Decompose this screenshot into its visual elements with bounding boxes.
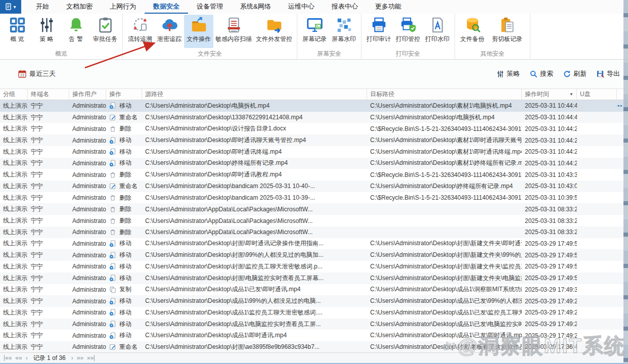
next-page-button[interactable]: › [71,355,73,361]
search-button[interactable]: 搜索 [530,69,553,78]
cell-group: 线上演示 [0,203,28,215]
tab-data-security[interactable]: 数据安全 [145,0,188,14]
ribbon-item-file-backup[interactable]: 文件备份 [458,15,487,48]
table-row[interactable]: 线上演示宁宁Administrator移动C:\Users\Administra… [0,272,628,284]
ribbon-item-print-audit[interactable]: 打印审计 [364,15,393,48]
col-header-usb[interactable]: U盘 [577,89,617,100]
table-row[interactable]: 线上演示宁宁Administrator删除C:\Users\Administra… [0,203,628,215]
fast-forward-button[interactable]: »» [77,355,83,361]
fast-back-button[interactable]: «« [15,355,22,361]
table-row[interactable]: 线上演示宁宁Administrator移动C:\Users\Administra… [0,295,628,307]
app-menu-button[interactable]: ▾ [0,0,21,14]
ribbon-item-outgoing-file-control[interactable]: 文件外发管控 [254,15,294,48]
cell-target-path: C:\$Recycle.Bin\S-1-5-21-326340493-11140… [367,123,522,134]
table-row[interactable]: 线上演示宁宁Administrator移动C:\Users\Administra… [0,146,628,158]
table-row[interactable]: 线上演示宁宁Administrator重命名C:\Users\Administr… [0,180,628,192]
table-row[interactable]: 线上演示宁宁Administrator复制C:\Users\Administra… [0,284,628,296]
table-row[interactable]: 线上演示宁宁Administrator移动C:\Users\Administra… [0,158,628,169]
cell-group: 线上演示 [0,307,28,318]
operation-label: 移动 [119,274,131,283]
sensitive-scan-icon [226,17,242,33]
col-header-terminal[interactable]: 终端名 [28,89,69,100]
table-row[interactable]: 线上演示宁宁Administrator删除C:\Users\Administra… [0,123,628,134]
export-button[interactable]: 导出 [597,69,620,78]
ribbon-item-alerts[interactable]: 告 警 [61,15,91,48]
ribbon-item-screen-record[interactable]: 屏幕记录 [300,15,329,48]
table-row[interactable]: 线上演示宁宁Administrator移动C:\Users\Administra… [0,261,628,272]
tab-system-network[interactable]: 系统&网络 [232,0,280,14]
tab-web-behavior[interactable]: 上网行为 [101,0,145,14]
ribbon-item-clipboard-record[interactable]: 剪切板记录 [487,15,527,48]
col-header-operation[interactable]: 操作 [106,89,142,100]
table-row[interactable]: 线上演示宁宁Administrator移动C:\Users\Administra… [0,249,628,261]
tab-ops-center[interactable]: 运维中心 [280,0,323,14]
tab-doc-encryption[interactable]: 文档加密 [58,0,101,14]
cell-usb [577,238,617,250]
cell-operation-time: 2025-03-31 10:43:38 [522,169,577,180]
operation-label: 移动 [119,136,131,145]
col-header-user[interactable]: 操作用户 [69,89,106,100]
table-row[interactable]: 线上演示宁宁Administrator移动C:\Users\Administra… [0,238,628,250]
tab-more-features[interactable]: 更多功能 [367,0,410,14]
tab-report-center[interactable]: 报表中心 [323,0,367,14]
col-header-source-path[interactable]: 源路径 [142,89,367,100]
sort-dropdown-icon[interactable]: ▼ [569,92,573,97]
table-row[interactable]: 线上演示宁宁Administrator删除C:\Users\Administra… [0,169,628,180]
cell-group: 线上演示 [0,146,28,158]
table-row[interactable]: 线上演示宁宁Administrator移动C:\Users\Administra… [0,100,628,112]
cell-group: 线上演示 [0,158,28,169]
ribbon-item-print-control[interactable]: 打印管控 [393,15,423,48]
tab-start[interactable]: 开始 [27,0,58,14]
prev-page-button[interactable]: ‹ [26,355,28,361]
date-range-filter[interactable]: 23 最近三天 [18,69,56,78]
ribbon-item-print-watermark[interactable]: 打印水印 [423,15,452,48]
cell-actions [617,226,623,238]
cell-group: 线上演示 [0,284,28,296]
table-row[interactable]: 线上演示宁宁Administrator移动C:\Users\Administra… [0,134,628,146]
cell-operation-time: 2025-03-29 17:49:20 [522,330,577,341]
table-row[interactable]: 线上演示宁宁Administrator删除C:\Users\Administra… [0,226,628,238]
cell-group: 线上演示 [0,100,28,112]
table-row[interactable]: 线上演示宁宁Administrator重命名C:\Users\Administr… [0,112,628,123]
operation-label: 删除 [119,228,131,237]
last-page-button[interactable]: »» [87,355,95,361]
cell-source-path: C:\Users\Administrator\Desktop\成品1\已发\即时… [142,284,367,296]
table-row[interactable]: 线上演示宁宁Administrator移动C:\Users\Administra… [0,307,628,318]
cell-operator-user: Administrator [69,318,106,330]
ribbon-item-flow-trace[interactable]: 流转追溯 [125,15,155,48]
cell-terminal-name: 宁宁 [28,249,69,261]
ribbon-group-label: 打印安全 [364,48,452,60]
policy-button[interactable]: 策略 [497,69,520,78]
table-row[interactable]: 线上演示宁宁Administrator移动C:\Users\Administra… [0,330,628,341]
ribbon-item-screen-watermark[interactable]: 屏幕水印 [329,15,358,48]
first-page-button[interactable]: «« [4,355,12,361]
ribbon-item-leak-tracking[interactable]: 泄密追踪 [155,15,184,48]
cell-usb [577,341,617,353]
cell-actions [617,180,623,192]
ribbon-item-overview[interactable]: 概 览 [3,15,32,48]
col-header-time[interactable]: 操作时间▼ [522,89,577,100]
ribbon-item-file-operations[interactable]: 文件操作 [184,15,213,48]
refresh-button[interactable]: 刷新 [563,69,587,78]
ribbon-item-policy[interactable]: 策 略 [32,15,61,48]
rename-icon [109,343,116,350]
cell-operation-time: 2025-03-31 10:44:43 [522,112,577,123]
tab-device-management[interactable]: 设备管理 [188,0,232,14]
cell-operator-user: Administrator [69,100,106,112]
ribbon-item-sensitive-content-scan[interactable]: 敏感内容扫描 [213,15,254,48]
row-actions-ellipsis[interactable]: ••• [617,100,623,112]
table-row[interactable]: 线上演示宁宁Administrator删除C:\Users\Administra… [0,192,628,204]
cell-usb [577,284,617,296]
move-file-icon [109,332,116,339]
col-header-target-path[interactable]: 目标路径 [367,89,522,100]
record-count-label: 记录 1 of 36 [33,354,66,362]
table-row[interactable]: 线上演示宁宁Administrator移动C:\Users\Administra… [0,318,628,330]
table-row[interactable]: 线上演示宁宁Administrator重命名C:\Users\Administr… [0,341,628,353]
cell-actions [617,112,623,123]
table-row[interactable]: 线上演示宁宁Administrator删除C:\Users\Administra… [0,215,628,226]
ribbon-item-approval-tasks[interactable]: 审批任务 [91,15,120,48]
col-header-group[interactable]: 分组 [0,89,28,100]
cell-group: 线上演示 [0,192,28,204]
ribbon-group-label: 文件安全 [125,48,294,60]
delete-trash-icon [109,171,116,178]
